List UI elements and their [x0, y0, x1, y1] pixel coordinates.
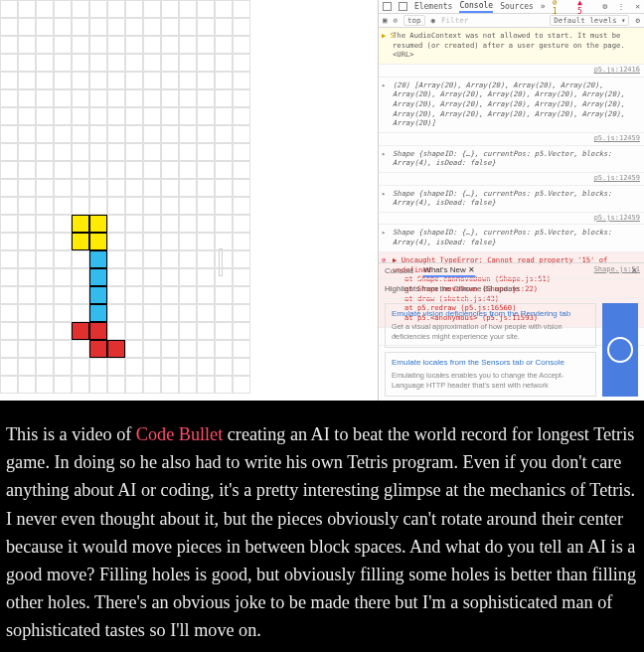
grid-cell: [107, 18, 125, 36]
video-screenshot: Elements Console Sources » ⊘ 1 ▲ 5 ⚙ ⋮ ✕…: [0, 0, 644, 401]
grid-cell: [36, 36, 54, 54]
grid-cell: [125, 179, 143, 197]
warning-count[interactable]: ▲ 5: [577, 0, 591, 16]
grid-cell: [233, 322, 250, 340]
grid-cell: [179, 233, 197, 250]
grid-cell: [72, 18, 89, 36]
tab-console[interactable]: Console: [459, 1, 493, 13]
grid-cell: [125, 18, 143, 36]
tab-more[interactable]: »: [541, 2, 546, 11]
grid-cell: [72, 376, 89, 394]
expand-icon[interactable]: ▸: [382, 150, 386, 159]
grid-cell: [54, 143, 72, 161]
link-code-bullet[interactable]: Code Bullet: [136, 424, 223, 444]
drawer-tab-console[interactable]: Console: [385, 266, 413, 275]
grid-cell: [161, 161, 179, 179]
grid-cell: [18, 268, 36, 286]
tab-sources[interactable]: Sources: [500, 2, 534, 11]
grid-cell: [0, 161, 18, 179]
grid-cell: [107, 233, 125, 250]
expand-icon[interactable]: ▸: [382, 229, 386, 238]
grid-cell: [89, 107, 107, 125]
source-link[interactable]: p5.js:12416: [594, 66, 640, 75]
grid-cell: [125, 340, 143, 358]
grid-cell: [36, 340, 54, 358]
grid-cell: [215, 72, 233, 89]
gear-icon[interactable]: ⚙: [602, 2, 607, 11]
grid-cell: [179, 268, 197, 286]
kebab-icon[interactable]: ⋮: [617, 2, 625, 11]
tab-elements[interactable]: Elements: [414, 2, 453, 11]
tetris-block: [107, 340, 125, 358]
grid-cell: [143, 143, 161, 161]
error-count[interactable]: ⊘ 1: [553, 0, 566, 16]
grid-cell: [179, 304, 197, 322]
grid-cell: [54, 161, 72, 179]
grid-cell: [36, 215, 54, 233]
grid-cell: [143, 286, 161, 304]
grid-cell: [197, 72, 215, 89]
inspect-icon[interactable]: [383, 2, 392, 11]
grid-cell: [233, 143, 250, 161]
whats-new-card[interactable]: Emulate vision deficiencies from the Ren…: [385, 303, 596, 348]
log-levels-selector[interactable]: Default levels ▾: [550, 15, 629, 26]
clear-icon[interactable]: ⊘: [394, 16, 399, 25]
close-icon[interactable]: ✕: [635, 2, 640, 11]
grid-cell: [215, 0, 233, 18]
device-icon[interactable]: [399, 2, 407, 11]
whats-new-card[interactable]: Emulate locales from the Sensors tab or …: [385, 352, 596, 397]
filter-input[interactable]: Filter: [441, 16, 468, 25]
expand-icon[interactable]: ▸: [382, 190, 386, 199]
console-log: ▸ Shape {shapeID: {…}, currentPos: p5.Ve…: [379, 186, 644, 213]
grid-cell: [36, 197, 54, 215]
grid-cell: [18, 18, 36, 36]
sidebar-toggle-icon[interactable]: ▣: [383, 16, 388, 25]
card-body: Get a visual approximation of how people…: [392, 322, 563, 341]
grid-cell: [161, 358, 179, 376]
card-body: Emulating locales enables you to change …: [392, 371, 564, 390]
context-selector[interactable]: top: [403, 15, 425, 26]
eye-icon[interactable]: ◉: [431, 16, 436, 25]
expand-icon[interactable]: ▸: [382, 82, 386, 90]
console-log: ▸ Shape {shapeID: {…}, currentPos: p5.Ve…: [379, 225, 644, 251]
grid-cell: [161, 250, 179, 268]
grid-cell: [36, 161, 54, 179]
grid-cell: [161, 36, 179, 54]
grid-cell: [197, 286, 215, 304]
grid-cell: [107, 107, 125, 125]
grid-cell: [179, 18, 197, 36]
devtools-tabbar: Elements Console Sources » ⊘ 1 ▲ 5 ⚙ ⋮ ✕: [379, 0, 644, 14]
grid-cell: [215, 322, 233, 340]
source-link[interactable]: p5.js:12459: [594, 174, 640, 183]
article-post: creating an AI to beat the world record …: [6, 424, 636, 640]
grid-cell: [18, 0, 36, 18]
drawer-close-icon[interactable]: ✕: [631, 266, 638, 275]
page: Elements Console Sources » ⊘ 1 ▲ 5 ⚙ ⋮ ✕…: [0, 0, 644, 652]
grid-cell: [0, 0, 18, 18]
grid-cell: [18, 250, 36, 268]
grid-cell: [0, 340, 18, 358]
grid-cell: [197, 18, 215, 36]
source-link[interactable]: p5.js:12459: [594, 214, 640, 223]
grid-cell: [18, 107, 36, 125]
grid-cell: [215, 18, 233, 36]
grid-cell: [107, 125, 125, 143]
log-text: Shape {shapeID: {…}, currentPos: p5.Vect…: [393, 189, 640, 208]
tetris-block: [89, 233, 107, 250]
grid-cell: [215, 107, 233, 125]
console-filter-bar: ▣ ⊘ top ◉ Filter Default levels ▾ ⚙: [379, 14, 644, 28]
grid-cell: [72, 197, 89, 215]
grid-cell: [233, 197, 250, 215]
grid-cell: [72, 125, 89, 143]
warning-icon: ▶ 5: [382, 32, 395, 41]
grid-cell: [54, 197, 72, 215]
grid-cell: [197, 322, 215, 340]
grid-cell: [72, 268, 89, 286]
settings-gear-icon[interactable]: ⚙: [635, 16, 640, 25]
drawer-tab-whats-new[interactable]: What's New ✕: [423, 265, 475, 277]
grid-cell: [233, 376, 250, 394]
source-link[interactable]: p5.js:12459: [594, 134, 640, 143]
grid-cell: [143, 18, 161, 36]
grid-cell: [233, 358, 250, 376]
grid-cell: [161, 89, 179, 107]
